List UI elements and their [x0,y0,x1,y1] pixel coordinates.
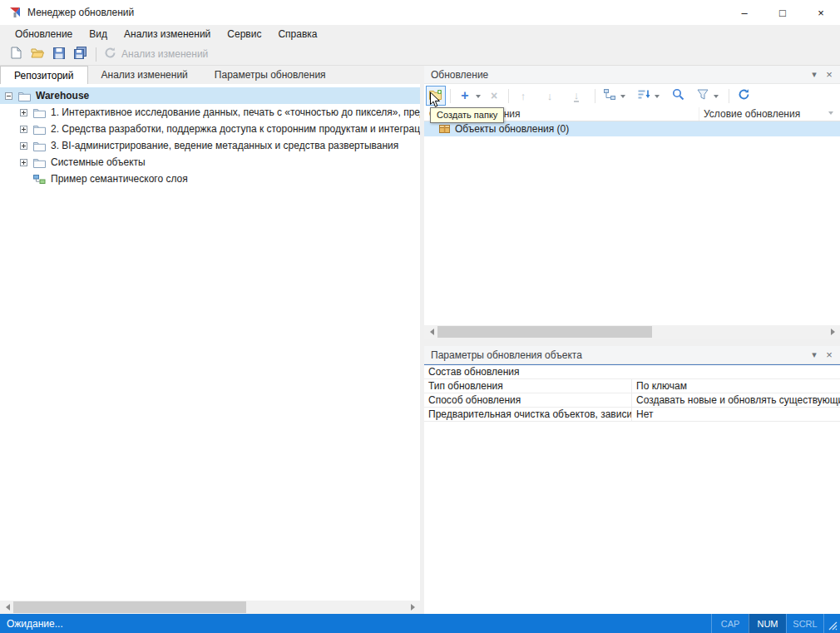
expand-expander-icon[interactable] [20,109,27,116]
menu-item-update[interactable]: Обновление [7,27,81,42]
params-property-grid: Состав обновления Тип обновления По ключ… [424,364,840,422]
create-folder-button[interactable] [426,86,446,106]
open-folder-icon [31,47,44,61]
menu-item-change-analysis[interactable]: Анализ изменений [116,27,219,42]
delete-button[interactable]: × [484,86,504,106]
status-bar: Ожидание... CAP NUM SCRL [0,614,840,633]
tooltip: Создать папку [430,107,504,123]
menu-item-view[interactable]: Вид [81,27,116,42]
close-button[interactable]: × [802,0,840,25]
add-dropdown-caret-icon[interactable] [476,95,481,101]
column-header-condition[interactable]: Условие обновления [699,107,828,121]
menu-item-service[interactable]: Сервис [219,27,269,42]
params-panel-title: Параметры обновления объекта [431,349,807,361]
panel-collapse-button[interactable]: ▾ [807,349,822,360]
main-toolbar: Анализ изменений [0,43,840,66]
scroll-left-arrow[interactable] [424,325,437,339]
filter-button[interactable] [693,86,713,106]
tree-horizontal-scrollbar[interactable] [0,601,420,614]
window-title: Менеджер обновлений [27,7,134,18]
refresh-button[interactable] [734,86,754,106]
save-all-button[interactable] [70,45,91,64]
left-tab-strip: Репозиторий Анализ изменений Параметры о… [0,66,420,84]
tree-row-bi-admin[interactable]: 3. BI-администрирование, ведение метадан… [0,137,420,154]
horizontal-splitter[interactable] [424,339,840,346]
filter-icon [697,89,709,102]
property-value[interactable]: Нет [632,408,840,421]
tree-item-label: Пример семантического слоя [51,173,188,185]
tree-item-label: 2. Средства разработки, поддержка доступ… [51,123,420,135]
analysis-icon [104,47,116,62]
property-value[interactable]: По ключам [632,379,840,393]
tree-row-semantic-layer[interactable]: Пример семантического слоя [0,171,420,187]
toolbar-separator [729,89,729,103]
search-icon [672,88,684,103]
analysis-toolbar-button: Анализ изменений [101,47,216,62]
category-row[interactable]: Состав обновления [424,365,840,379]
params-panel-header: Параметры обновления объекта ▾ × [424,346,840,364]
menu-item-help[interactable]: Справка [269,27,325,42]
scrollbar-thumb[interactable] [13,601,246,613]
tree-item-label: 3. BI-администрирование, ведение метадан… [51,140,398,151]
toolbar-separator [450,89,451,103]
panel-close-button[interactable]: × [822,68,837,81]
move-down-button[interactable]: ↓ [540,86,560,106]
scroll-left-arrow[interactable] [0,601,13,614]
panel-collapse-button[interactable]: ▾ [807,69,822,80]
move-up-button[interactable]: ↑ [513,86,533,106]
folder-icon [33,157,46,168]
sort-button[interactable] [634,86,654,106]
update-grid-horizontal-scrollbar[interactable] [424,325,840,339]
scroll-right-arrow[interactable] [407,601,420,614]
property-row: Способ обновления Создавать новые и обно… [424,393,840,408]
tab-repository[interactable]: Репозиторий [0,66,88,84]
caps-lock-indicator: CAP [711,614,749,633]
expand-expander-icon[interactable] [20,159,27,166]
maximize-button[interactable]: □ [763,0,802,25]
save-all-icon [74,47,87,62]
minimize-button[interactable]: – [725,0,763,25]
filter-dropdown-caret-icon[interactable] [714,95,719,101]
column-filter-caret-icon[interactable] [828,111,833,117]
update-objects-row[interactable]: Объекты обновления (0) [424,121,840,136]
sort-icon [638,89,650,102]
tree-row-dev-tools[interactable]: 2. Средства разработки, поддержка доступ… [0,121,420,137]
property-value[interactable]: Создавать новые и обновлять существующие [632,393,840,407]
tree-row-warehouse[interactable]: Warehouse [0,87,420,104]
save-button[interactable] [48,45,70,64]
expand-expander-icon[interactable] [20,142,27,150]
scroll-lock-indicator: SCRL [786,614,823,633]
property-label: Предварительная очистка объектов, зависи… [424,408,632,421]
toolbar-separator [595,89,595,103]
new-button[interactable] [5,45,27,64]
right-pane: Обновление ▾ × + × ↑ ↓ ↓ [424,66,840,614]
collapse-expander-icon[interactable] [5,92,12,100]
tab-update-params[interactable]: Параметры обновления [201,66,339,84]
move-to-bottom-button[interactable]: ↓ [566,86,586,106]
tree-item-label: Warehouse [36,90,89,101]
save-icon [53,47,65,62]
repository-tree: Warehouse 1. Интерактивное исследование … [0,84,420,601]
add-object-button[interactable]: + [455,86,475,106]
plus-icon: + [461,89,468,102]
folder-icon [33,141,46,151]
folder-icon [33,107,46,118]
panel-close-button[interactable]: × [822,349,837,361]
create-folder-icon [429,89,442,103]
scroll-right-arrow[interactable] [827,325,840,339]
resize-grip[interactable] [823,614,840,633]
tree-row-interactive-research[interactable]: 1. Интерактивное исследование данных, пе… [0,104,420,121]
arrow-down-to-bottom-icon: ↓ [574,90,580,102]
arrow-up-icon: ↑ [521,91,526,101]
scrollbar-thumb[interactable] [437,326,652,338]
tab-change-analysis[interactable]: Анализ изменений [88,66,201,84]
open-button[interactable] [27,45,48,64]
sort-dropdown-caret-icon[interactable] [655,95,660,101]
search-button[interactable] [668,86,688,106]
tree-view-button[interactable] [600,86,620,106]
tree-view-dropdown-caret-icon[interactable] [620,95,625,101]
update-toolbar: + × ↑ ↓ ↓ [424,84,840,107]
expand-expander-icon[interactable] [20,126,27,133]
update-grid: Объекты обновления (0) [424,121,840,325]
tree-row-system-objects[interactable]: Системные объекты [0,154,420,171]
